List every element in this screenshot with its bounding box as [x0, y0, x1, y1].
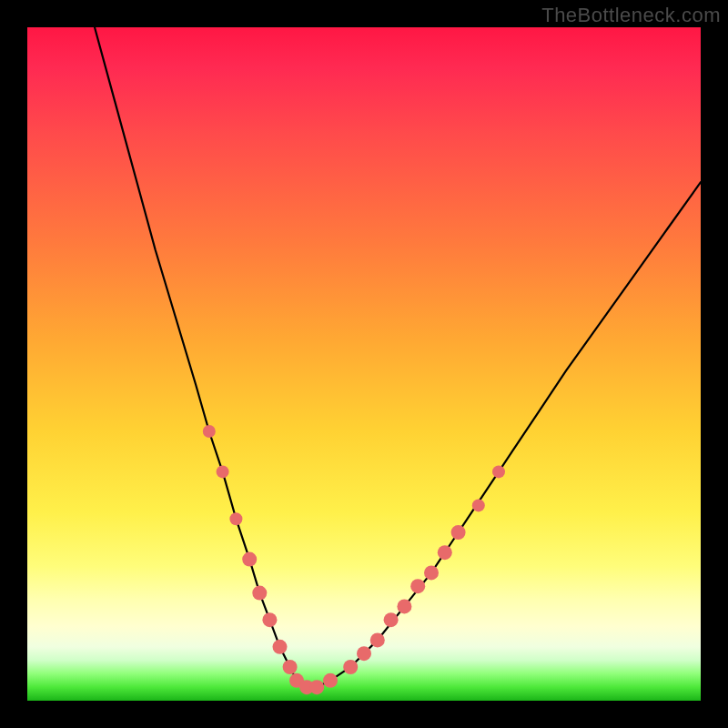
marker-point — [438, 545, 452, 560]
marker-point — [262, 612, 277, 627]
marker-point — [384, 612, 399, 627]
marker-point — [410, 579, 425, 593]
plot-area — [27, 27, 701, 701]
marker-point — [203, 425, 216, 438]
marker-point — [309, 680, 324, 694]
marker-point — [323, 673, 338, 688]
marker-point — [343, 660, 358, 674]
marker-point — [424, 565, 439, 580]
chart-svg — [27, 27, 701, 701]
chart-frame: TheBottleneck.com — [0, 0, 728, 728]
marker-point — [492, 465, 505, 478]
marker-point — [217, 465, 229, 478]
marker-point — [273, 640, 288, 654]
marker-point — [357, 646, 371, 661]
marker-point — [229, 512, 242, 525]
marker-point — [472, 499, 485, 511]
marker-point — [283, 660, 298, 674]
watermark-text: TheBottleneck.com — [541, 4, 721, 27]
marker-point — [370, 632, 385, 647]
bottleneck-curve — [95, 27, 701, 687]
highlighted-points — [203, 425, 505, 694]
marker-point — [451, 525, 466, 540]
marker-point — [252, 586, 267, 601]
marker-point — [397, 599, 411, 613]
marker-point — [242, 552, 257, 567]
